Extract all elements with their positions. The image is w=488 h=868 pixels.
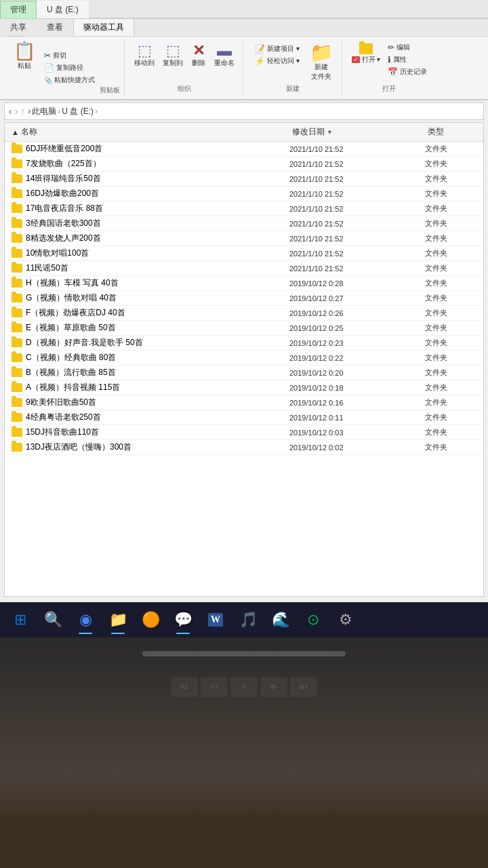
folder-icon <box>12 353 22 362</box>
tab-manage[interactable]: 管理 <box>0 1 37 18</box>
address-bar[interactable]: ‹ › ↑ › 此电脑 › U 盘 (E:) › <box>4 102 484 120</box>
screen: 管理 U 盘 (E:) 共享 查看 驱动器工具 <box>0 0 488 637</box>
properties-button[interactable]: ℹ 属性 <box>386 54 429 65</box>
file-row[interactable]: 10情歌对唱100首2021/1/10 21:52文件夹 <box>5 246 483 261</box>
new-item-button[interactable]: 📝 新建项目 ▾ <box>253 43 302 54</box>
file-row[interactable]: B（视频）流行歌曲 85首2019/10/12 0:20文件夹 <box>5 366 483 380</box>
nav-forward-icon[interactable]: › <box>15 106 18 117</box>
file-name-cell: G（视频）情歌对唱 40首 <box>9 292 289 304</box>
file-list-container: ▲ 名称 修改日期 ▼ 类型 6DJ环绕重低音200首2021/1/10 21:… <box>4 122 484 597</box>
app3-icon: ⊙ <box>307 611 319 629</box>
file-date: 2019/10/12 0:23 <box>289 339 425 347</box>
taskbar-explorer[interactable]: 📁 <box>103 605 133 635</box>
new-group: 📝 新建项目 ▾ ⚡ 轻松访问 ▾ 📁 新建文件夹 <box>245 39 342 96</box>
edge-icon: 🌊 <box>272 611 290 629</box>
breadcrumb-home[interactable]: › <box>28 106 30 116</box>
delete-button[interactable]: ✕ 删除 <box>188 42 209 69</box>
tab-driver-tools[interactable]: 驱动器工具 <box>73 18 134 36</box>
file-name: D（视频）好声音.我是歌手 50首 <box>26 337 143 349</box>
taskbar-chrome[interactable]: ◉ <box>70 605 100 635</box>
taskbar-wechat[interactable]: 💬 <box>168 605 198 635</box>
paste-shortcut-button[interactable]: 📎 粘贴快捷方式 <box>42 75 97 85</box>
file-row[interactable]: D（视频）好声音.我是歌手 50首2019/10/12 0:23文件夹 <box>5 336 483 351</box>
file-row[interactable]: 8精选发烧人声200首2021/1/10 21:52文件夹 <box>5 231 483 246</box>
file-row[interactable]: 11民谣50首2021/1/10 21:52文件夹 <box>5 261 483 276</box>
taskbar-settings[interactable]: ⚙ <box>331 605 361 635</box>
file-row[interactable]: H（视频）车模 写真 40首2019/10/12 0:28文件夹 <box>5 276 483 291</box>
taskbar-app2[interactable]: 🎵 <box>233 605 263 635</box>
file-row[interactable]: 7发烧歌曲（225首）2021/1/10 21:52文件夹 <box>5 157 483 172</box>
file-row[interactable]: 17电音夜店音乐 88首2021/1/10 21:52文件夹 <box>5 201 483 216</box>
file-row[interactable]: 14班得瑞纯音乐50首2021/1/10 21:52文件夹 <box>5 172 483 186</box>
file-type: 文件夹 <box>425 144 479 154</box>
keyboard-hint <box>142 651 346 656</box>
taskbar-search[interactable]: 🔍 <box>38 605 68 635</box>
file-date: 2021/1/10 21:52 <box>289 220 425 228</box>
clipboard-group-label: 剪贴板 <box>100 85 120 96</box>
nav-up-icon[interactable]: ↑ <box>20 106 25 117</box>
file-name-cell: A（视频）抖音视频 115首 <box>9 381 289 394</box>
file-date: 2019/10/12 0:16 <box>289 399 425 407</box>
taskbar-start[interactable]: ⊞ <box>5 605 35 635</box>
col-type-header[interactable]: 类型 <box>425 125 479 139</box>
file-name: 4经典粤语老歌250首 <box>26 412 101 423</box>
tab-view[interactable]: 查看 <box>37 18 73 36</box>
file-row[interactable]: E（视频）草原歌曲 50首2019/10/12 0:25文件夹 <box>5 321 483 336</box>
key-minus[interactable]: ⚙- <box>260 677 287 697</box>
cut-button[interactable]: ✂ 剪切 <box>42 50 97 61</box>
file-row[interactable]: 3经典国语老歌300首2021/1/10 21:52文件夹 <box>5 216 483 231</box>
file-date: 2019/10/12 0:28 <box>289 279 425 288</box>
taskbar-app3[interactable]: ⊙ <box>298 605 328 635</box>
file-row[interactable]: C（视频）经典歌曲 80首2019/10/12 0:22文件夹 <box>5 351 483 366</box>
copy-path-button[interactable]: 📄 复制路径 <box>42 62 97 73</box>
breadcrumb-drive[interactable]: U 盘 (E:) <box>62 106 94 117</box>
file-type: 文件夹 <box>425 203 479 214</box>
file-row[interactable]: G（视频）情歌对唱 40首2019/10/12 0:27文件夹 <box>5 291 483 306</box>
breadcrumb[interactable]: › 此电脑 › U 盘 (E:) › <box>28 106 98 117</box>
history-button[interactable]: 📅 历史记录 <box>386 66 429 77</box>
folder-icon <box>12 338 22 347</box>
file-date: 2019/10/12 0:25 <box>289 324 425 332</box>
rename-button[interactable]: ▬ 重命名 <box>211 42 237 69</box>
file-type: 文件夹 <box>425 159 479 169</box>
taskbar-app1[interactable]: 🟠 <box>136 605 165 635</box>
folder-icon <box>12 234 22 243</box>
move-to-button[interactable]: ⬚ 移动到 <box>131 42 157 69</box>
file-date: 2021/1/10 21:52 <box>289 175 425 183</box>
easy-access-button[interactable]: ⚡ 轻松访问 ▾ <box>253 56 302 66</box>
col-name-header[interactable]: ▲ 名称 <box>9 125 289 139</box>
new-folder-button[interactable]: 📁 新建文件夹 <box>307 42 336 83</box>
main-content: 管理 U 盘 (E:) 共享 查看 驱动器工具 <box>0 0 488 597</box>
tab-share[interactable]: 共享 <box>0 18 37 36</box>
key-plus[interactable]: ⚙+ <box>290 677 317 697</box>
file-row[interactable]: 6DJ环绕重低音200首2021/1/10 21:52文件夹 <box>5 142 483 157</box>
col-date-header[interactable]: 修改日期 ▼ <box>289 125 425 139</box>
file-row[interactable]: 4经典粤语老歌250首2019/10/12 0:11文件夹 <box>5 410 483 425</box>
file-row[interactable]: F（视频）劲爆夜店DJ 40首2019/10/12 0:26文件夹 <box>5 306 483 321</box>
taskbar-edge[interactable]: 🌊 <box>266 605 296 635</box>
copy-to-button[interactable]: ⬚ 复制到 <box>160 42 186 69</box>
breadcrumb-pc[interactable]: 此电脑 <box>32 106 56 117</box>
file-name: 3经典国语老歌300首 <box>26 218 101 229</box>
file-name: 11民谣50首 <box>26 262 68 274</box>
file-row[interactable]: 9欧美怀旧歌曲50首2019/10/12 0:16文件夹 <box>5 395 483 410</box>
paste-button[interactable]: 📋 粘贴 <box>9 39 39 96</box>
tab-udisk[interactable]: U 盘 (E:) <box>37 1 89 18</box>
key-x[interactable]: X <box>230 677 258 697</box>
nav-back-icon[interactable]: ‹ <box>9 106 12 117</box>
file-date: 2019/10/12 0:11 <box>289 414 425 422</box>
file-name: 14班得瑞纯音乐50首 <box>26 173 101 184</box>
file-row[interactable]: 13DJ夜店酒吧（慢嗨）300首2019/10/12 0:02文件夹 <box>5 440 483 455</box>
taskbar-word[interactable]: W <box>201 605 230 635</box>
file-row[interactable]: A（视频）抖音视频 115首2019/10/12 0:18文件夹 <box>5 380 483 395</box>
app2-icon: 🎵 <box>239 611 258 629</box>
edit-button[interactable]: ✏ 编辑 <box>386 42 429 53</box>
file-name: 15DJ抖音歌曲110首 <box>26 427 99 438</box>
open-button[interactable]: ✓ 打开 ▾ <box>349 42 384 66</box>
file-row[interactable]: 15DJ抖音歌曲110首2019/10/12 0:03文件夹 <box>5 425 483 440</box>
key-f2[interactable]: F2 <box>171 677 198 697</box>
key-f3[interactable]: F3 <box>201 677 228 697</box>
file-row[interactable]: 16DJ劲爆歌曲200首2021/1/10 21:52文件夹 <box>5 186 483 201</box>
file-name-cell: 10情歌对唱100首 <box>9 247 289 260</box>
file-type: 文件夹 <box>425 353 479 363</box>
